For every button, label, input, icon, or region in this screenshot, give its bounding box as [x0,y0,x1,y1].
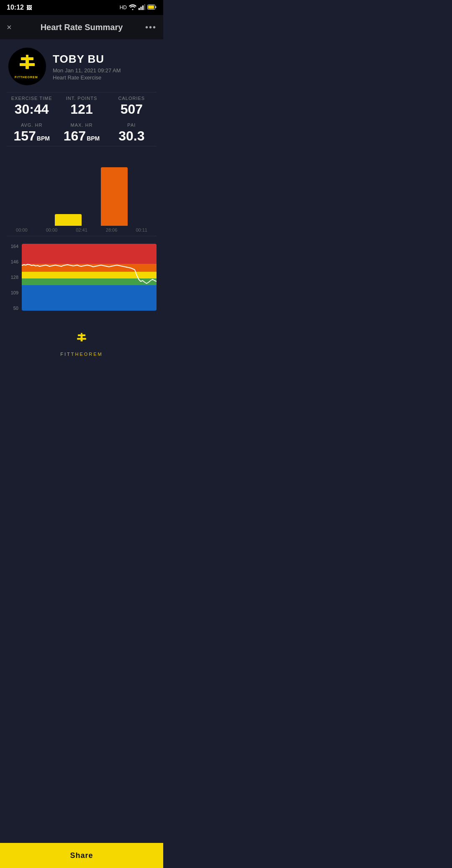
stat-calories: CALORIES 507 [107,96,157,116]
hr-chart-section: 50 109 128 146 164 [0,236,163,317]
svg-rect-12 [26,55,28,57]
profile-section: FITTHEOREM TOBY BU Mon Jan 11, 2021 09:2… [0,39,163,92]
svg-rect-11 [20,63,35,66]
bar [101,167,128,226]
avg-hr-unit: BPM [37,135,50,142]
stat-pai: PAI 30.3 [107,123,157,143]
max-hr-unit: BPM [87,135,100,142]
bar-item [101,167,128,226]
avatar: FITTHEOREM [8,48,46,85]
svg-rect-1 [139,8,140,10]
wifi-icon [129,4,136,11]
chart-label: 02:41 [76,227,87,232]
status-bar: 10:12 🖼 HD ⚡ [0,0,163,15]
hr-y-labels: 50 109 128 146 164 [7,244,20,311]
stat-max-hr: MAX. HR 167 BPM [56,123,106,143]
calories-label: CALORIES [118,96,145,101]
calories-value: 507 [121,102,143,116]
svg-text:⚡: ⚡ [149,5,153,9]
profile-type: Heart Rate Exercise [53,74,155,81]
chart-labels: 00:0000:0002:4128:0600:11 [7,226,157,236]
bar-chart [7,151,157,226]
time-display: 10:12 [7,4,24,11]
exercise-time-value: 30:44 [15,102,49,116]
bottom-logo: FITTHEOREM [0,317,163,365]
hr-y-label-146: 146 [7,259,18,264]
avg-hr-label: AVG. HR [21,123,42,128]
svg-rect-16 [77,338,86,340]
svg-text:FITTHEOREM: FITTHEOREM [15,76,38,79]
stat-exercise-time: EXERCISE TIME 30:44 [7,96,56,116]
profile-name: TOBY BU [53,53,155,66]
pai-value: 30.3 [118,129,144,143]
close-button[interactable]: × [7,23,20,32]
bar-chart-section: 00:0000:0002:4128:0600:11 [0,146,163,236]
pai-label: PAI [127,123,136,128]
bar [55,214,82,226]
max-hr-label: MAX. HR [71,123,93,128]
bar-item [55,214,82,226]
status-time: 10:12 🖼 [7,4,32,11]
status-icons: HD ⚡ [120,4,157,11]
hr-y-label-164: 164 [7,244,18,249]
exercise-time-label: EXERCISE TIME [11,96,52,101]
profile-date: Mon Jan 11, 2021 09:27 AM [53,67,155,74]
header: × Heart Rate Summary ••• [0,15,163,39]
svg-rect-4 [144,4,146,10]
svg-rect-17 [81,333,82,334]
more-button[interactable]: ••• [143,23,157,32]
battery-icon: ⚡ [147,5,157,11]
int-points-label: INT. POINTS [66,96,98,101]
chart-label: 00:00 [16,227,28,232]
chart-label: 00:00 [46,227,58,232]
svg-rect-3 [142,5,144,10]
hr-y-label-109: 109 [7,290,18,295]
bottom-logo-text: FITTHEOREM [60,352,103,357]
max-hr-value: 167 [64,129,86,143]
stat-int-points: INT. POINTS 121 [56,96,106,116]
chart-label: 00:11 [136,227,147,232]
hd-label: HD [120,5,127,10]
svg-rect-2 [141,7,142,10]
photo-icon: 🖼 [26,5,32,11]
stats-grid: EXERCISE TIME 30:44 INT. POINTS 121 CALO… [0,92,163,146]
hr-chart [22,244,157,311]
signal-icon [139,4,145,11]
profile-info: TOBY BU Mon Jan 11, 2021 09:27 AM Heart … [53,53,155,81]
stat-avg-hr: AVG. HR 157 BPM [7,123,56,143]
page-title: Heart Rate Summary [20,23,143,32]
avg-hr-value: 157 [13,129,36,143]
hr-y-label-50: 50 [7,306,18,311]
hr-y-label-128: 128 [7,275,18,280]
svg-rect-15 [81,334,83,342]
svg-point-0 [132,9,134,10]
chart-label: 28:06 [106,227,118,232]
int-points-value: 121 [70,102,92,116]
